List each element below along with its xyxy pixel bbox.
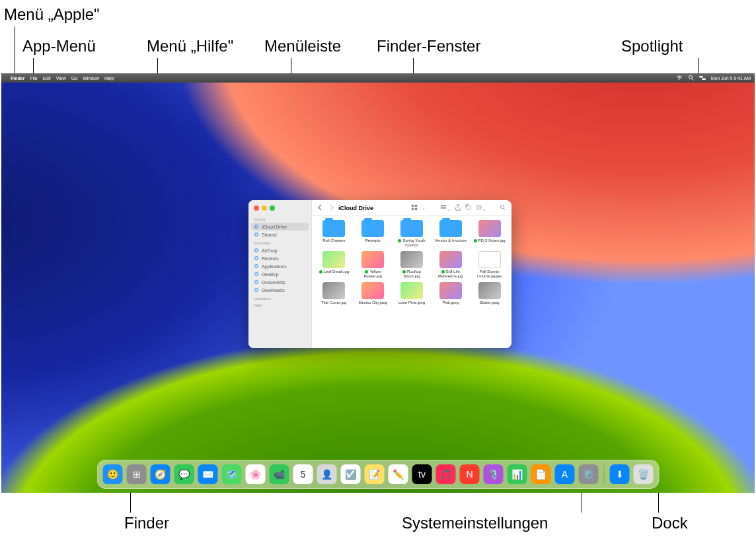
svg-rect-16: [415, 207, 417, 209]
svg-point-9: [255, 265, 258, 268]
dock-numbers[interactable]: 📊: [508, 464, 527, 484]
file-item[interactable]: Yellow Flower.jpg: [356, 251, 390, 278]
file-thumbnail: [478, 282, 501, 299]
finder-window[interactable]: iCloudiCloud DriveSharedFavoritesAirDrop…: [248, 200, 511, 348]
sidebar-header: Locations: [254, 297, 306, 301]
dock-reminders[interactable]: ☑️: [341, 464, 361, 484]
dock-messages[interactable]: 💬: [174, 464, 194, 484]
file-item[interactable]: Leaf Detail.jpg: [317, 251, 351, 278]
file-item[interactable]: Still Life Reference.jpg: [434, 251, 467, 278]
file-name: Receipts: [365, 238, 381, 242]
file-item[interactable]: Pink.jpeg: [434, 282, 467, 305]
menu-edit[interactable]: Edit: [43, 76, 51, 81]
dock-downloads[interactable]: ⬇︎: [610, 464, 630, 484]
dock-safari[interactable]: 🧭: [151, 464, 170, 484]
svg-point-12: [255, 289, 258, 292]
dock-finder[interactable]: 🙂: [103, 464, 123, 484]
file-item[interactable]: Vendor & Invoices: [434, 220, 467, 247]
menu-view[interactable]: View: [56, 76, 66, 81]
sync-status-dot: [398, 239, 401, 242]
menu-finder[interactable]: Finder: [11, 76, 24, 81]
dock-pages[interactable]: 📄: [531, 464, 551, 484]
cloud-icon: [254, 224, 259, 229]
dock-contacts[interactable]: 👤: [317, 464, 337, 484]
view-icon-button[interactable]: [411, 204, 418, 212]
sidebar-item-desktop[interactable]: Desktop: [251, 270, 309, 278]
finder-icon-grid[interactable]: Rail ChasersReceiptsSpring Youth Council…: [312, 216, 511, 348]
menu-go[interactable]: Go: [71, 76, 77, 81]
dock-trash[interactable]: 🗑️: [634, 464, 654, 484]
wifi-icon[interactable]: [676, 75, 683, 81]
file-item[interactable]: Spring Youth Council: [395, 220, 429, 247]
desktop[interactable]: Finder File Edit View Go Window Help Mon…: [1, 73, 755, 493]
svg-line-2: [692, 79, 694, 81]
menubar-datetime[interactable]: Mon Jun 5 9:41 AM: [711, 76, 751, 81]
file-item[interactable]: Mexico City.jpeg: [356, 282, 390, 305]
tag-button[interactable]: [465, 204, 472, 212]
dock-system-settings[interactable]: ⚙️: [579, 464, 599, 484]
dock-news[interactable]: N: [460, 464, 480, 484]
svg-point-1: [689, 76, 692, 79]
file-item[interactable]: Fall Scents Outline.pages: [472, 251, 506, 278]
dock-maps[interactable]: 🗺️: [222, 464, 242, 484]
sidebar-header: iCloud: [254, 217, 306, 221]
menu-file[interactable]: File: [30, 76, 37, 81]
sidebar-item-applications[interactable]: Applications: [251, 262, 309, 270]
menu-help[interactable]: Help: [104, 76, 114, 81]
forward-button[interactable]: [328, 204, 334, 212]
download-icon: [254, 287, 259, 293]
file-item[interactable]: Lone Pine.jpeg: [395, 282, 429, 305]
dock-appstore[interactable]: A: [555, 464, 575, 484]
desktop-icon: [254, 271, 259, 277]
sidebar-item-airdrop[interactable]: AirDrop: [251, 246, 309, 254]
dock-launchpad[interactable]: ⊞: [127, 464, 147, 484]
menu-window[interactable]: Window: [83, 76, 99, 81]
svg-point-8: [255, 257, 258, 260]
svg-rect-17: [441, 205, 446, 206]
file-item[interactable]: Rail Chasers: [317, 220, 351, 247]
svg-point-7: [255, 249, 258, 252]
sync-status-dot: [474, 239, 477, 242]
dock-facetime[interactable]: 📹: [270, 464, 289, 484]
dock-freeform[interactable]: ✏️: [389, 464, 408, 484]
dock-mail[interactable]: ✉️: [198, 464, 218, 484]
sidebar-item-recents[interactable]: Recents: [251, 254, 309, 262]
spotlight-icon[interactable]: [688, 75, 694, 81]
dock-podcasts[interactable]: 🎙️: [484, 464, 504, 484]
dock-photos[interactable]: 🌸: [246, 464, 266, 484]
sidebar-item-documents[interactable]: Documents: [251, 278, 309, 286]
sidebar-item-downloads[interactable]: Downloads: [251, 286, 309, 294]
search-button[interactable]: [500, 204, 506, 212]
callout-finder-dock: Finder: [124, 514, 169, 532]
dock-calendar[interactable]: 5: [293, 464, 313, 484]
file-item[interactable]: RD.2-Notes.jpg: [472, 220, 506, 247]
dock-music[interactable]: 🎵: [436, 464, 456, 484]
window-zoom-button[interactable]: [270, 205, 275, 211]
sidebar-item-label: Downloads: [262, 288, 285, 293]
apps-icon: [254, 264, 259, 269]
view-options-button[interactable]: ⌄: [422, 205, 426, 211]
file-name: Vendor & Invoices: [435, 238, 467, 242]
callout-apple-menu: Menü „Apple": [4, 5, 100, 24]
dock-notes[interactable]: 📝: [365, 464, 385, 484]
dock[interactable]: 🙂⊞🧭💬✉️🗺️🌸📹5👤☑️📝✏️tv🎵N🎙️📊📄A⚙️⬇︎🗑️: [97, 460, 660, 489]
back-button[interactable]: [317, 204, 324, 212]
sync-status-dot: [441, 270, 445, 273]
window-close-button[interactable]: [254, 205, 259, 211]
group-button[interactable]: ⌄: [440, 204, 451, 212]
window-minimize-button[interactable]: [262, 205, 267, 211]
svg-point-0: [679, 79, 680, 80]
finder-sidebar: iCloudiCloud DriveSharedFavoritesAirDrop…: [248, 200, 312, 348]
folder-icon: [439, 220, 462, 237]
file-item[interactable]: Rooftop Shoot.jpg: [395, 251, 429, 278]
file-item[interactable]: Title Cover.jpg: [317, 282, 351, 305]
dock-tv[interactable]: tv: [412, 464, 432, 484]
action-button[interactable]: ⋯⌄: [476, 204, 486, 212]
file-item[interactable]: Skater.jpeg: [472, 282, 506, 305]
sidebar-item-icloud-drive[interactable]: iCloud Drive: [251, 223, 309, 231]
control-center-icon[interactable]: [699, 75, 706, 81]
sidebar-item-label: Applications: [262, 264, 287, 269]
file-item[interactable]: Receipts: [356, 220, 390, 247]
sidebar-item-shared[interactable]: Shared: [251, 231, 309, 238]
share-button[interactable]: [455, 204, 461, 212]
